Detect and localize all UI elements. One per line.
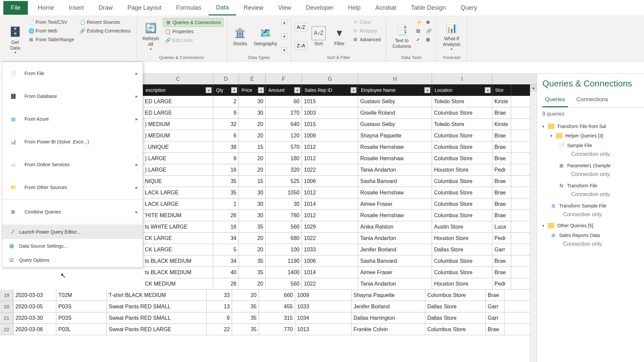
column-header[interactable]: E (239, 74, 266, 84)
table-row[interactable]: ts BLACK MEDIUM403514001014Aimee FraserC… (143, 267, 537, 278)
table-cell[interactable]: Brae (492, 130, 511, 141)
table-cell[interactable]: 455 (259, 301, 295, 312)
table-cell[interactable]: ) LARGE (143, 153, 213, 164)
table-header-cell[interactable]: Price▾ (239, 84, 266, 96)
table-cell[interactable]: Brae (492, 107, 511, 118)
table-cell[interactable]: Pedr (492, 233, 511, 244)
tab-data[interactable]: Data (209, 1, 236, 15)
table-cell[interactable]: 1029 (302, 221, 358, 232)
table-cell[interactable]: 30 (239, 187, 266, 198)
table-cell[interactable]: 1033 (302, 244, 358, 255)
menu-combine-queries[interactable]: ⊞Combine Queries▸ (2, 200, 143, 223)
table-cell[interactable]: Jenifer Borland (358, 244, 432, 255)
table-cell[interactable]: Columbus Store (432, 176, 492, 187)
table-cell[interactable]: Garr (486, 301, 504, 312)
table-cell[interactable]: 1013 (295, 324, 352, 335)
queries-connections-button[interactable]: ⊞Queries & Connections (163, 18, 223, 27)
table-cell[interactable]: 270 (266, 107, 302, 118)
table-cell[interactable]: Houston Store (432, 164, 492, 175)
table-cell[interactable]: Sasha Banvard (358, 255, 432, 266)
table-cell[interactable]: 1006 (302, 176, 358, 187)
table-cell[interactable]: 34 (213, 233, 239, 244)
table-cell[interactable]: Columbus Store (432, 210, 492, 221)
table-cell[interactable]: 16 (213, 221, 239, 232)
geography-button[interactable]: 🗺️Geography (251, 18, 280, 54)
table-header-cell[interactable]: Stor (492, 84, 511, 96)
table-cell[interactable]: 2020-03-03 (13, 290, 56, 301)
column-header[interactable]: H (358, 74, 432, 84)
table-cell[interactable]: Luca (492, 221, 511, 232)
from-web-button[interactable]: 🌐From Web (26, 27, 76, 35)
table-row[interactable]: ts WHITE LARGE16355601029Anika RalstonAu… (143, 221, 537, 233)
table-cell[interactable]: 1003 (302, 107, 358, 118)
table-cell[interactable]: LACK LARGE (143, 198, 213, 209)
row-number[interactable]: 20 (0, 301, 13, 312)
stocks-button[interactable]: 🏛️Stocks (230, 18, 250, 54)
tab-acrobat[interactable]: Acrobat (368, 1, 404, 15)
table-cell[interactable]: CK LARGE (143, 244, 213, 255)
table-cell[interactable]: 680 (266, 233, 302, 244)
table-cell[interactable]: Garr (486, 312, 504, 323)
tree-folder-transform-file[interactable]: ▾Transform File from Sal (542, 122, 644, 131)
table-header-cell[interactable]: Amount▾ (266, 84, 302, 96)
table-cell[interactable]: Austin Store (432, 221, 492, 232)
menu-from-other-sources[interactable]: 📁From Other Sources▸ (2, 176, 143, 199)
table-cell[interactable]: 30 (239, 210, 266, 221)
filter-dropdown-button[interactable]: ▾ (351, 87, 357, 93)
query-transform-file[interactable]: fxTransform File (558, 181, 644, 191)
query-sales-reports-data[interactable]: ⊞Sales Reports Data (550, 230, 644, 240)
table-cell[interactable]: 5 (213, 244, 239, 255)
recent-sources-button[interactable]: 🕘Recent Sources (77, 18, 133, 26)
table-row[interactable]: LACK LARGE130301014Aimee FraserColumbus … (143, 198, 537, 210)
table-row[interactable]: NIQUE35155251006Sasha BanvardColumbus St… (143, 176, 537, 187)
table-cell[interactable]: Brae (492, 141, 511, 153)
table-cell[interactable]: 1050 (266, 187, 302, 198)
table-cell[interactable]: 315 (259, 312, 295, 323)
column-header[interactable]: D (213, 74, 239, 84)
table-cell[interactable]: Rosalie Hernshaw (358, 153, 432, 164)
table-cell[interactable]: ED LARGE (143, 96, 213, 107)
existing-connections-button[interactable]: 🔗Existing Connections (77, 27, 133, 35)
table-cell[interactable]: Columbus Store (425, 324, 486, 335)
table-cell[interactable]: Rosalie Hernshaw (358, 210, 432, 221)
table-cell[interactable]: 1014 (302, 198, 358, 209)
query-parameter1[interactable]: ⊞Parameter1 (Sample (558, 161, 644, 171)
gallery-more-button[interactable]: ▾ (281, 47, 287, 53)
table-cell[interactable]: 35 (239, 267, 266, 278)
query-sample-file[interactable]: 📄Sample File (558, 140, 644, 150)
table-cell[interactable]: 1015 (302, 119, 358, 130)
table-cell[interactable]: Tania Andarton (358, 278, 432, 289)
table-header-cell[interactable]: Qty▾ (213, 84, 239, 96)
table-cell[interactable]: 40 (213, 267, 239, 278)
table-cell[interactable]: Columbus Store (432, 107, 492, 118)
table-cell[interactable]: 20 (239, 233, 266, 244)
table-cell[interactable]: 780 (266, 210, 302, 221)
table-header-cell[interactable]: escription▾ (143, 84, 213, 96)
table-cell[interactable]: NIQUE (143, 176, 213, 187)
table-cell[interactable]: 28 (213, 278, 239, 289)
menu-from-database[interactable]: 🗄️From Database▸ (2, 85, 143, 108)
table-row[interactable]: ) LARGE16203201022Tania AndartonHouston … (143, 164, 537, 176)
table-row[interactable]: ) LARGE9201801012Rosalie HernshawColumbu… (143, 153, 537, 164)
what-if-button[interactable]: 📊What-If Analysis▾ (440, 18, 463, 54)
column-header[interactable]: F (266, 74, 302, 84)
table-cell[interactable]: ) LARGE (143, 164, 213, 175)
table-cell[interactable]: 33 (207, 290, 232, 301)
table-cell[interactable]: Brae (492, 153, 511, 164)
menu-from-azure[interactable]: ▤From Azure▸ (2, 108, 143, 130)
sort-button[interactable]: A↕ZSort (309, 18, 328, 54)
vertical-scrollbar[interactable]: ▴ (530, 84, 537, 362)
table-cell[interactable]: Rosalie Hernshaw (358, 141, 432, 153)
table-cell[interactable]: 1009 (302, 130, 358, 141)
refresh-all-button[interactable]: 🔄Refresh All▾ (140, 18, 162, 54)
table-cell[interactable]: 1022 (302, 278, 358, 289)
table-row[interactable]: ED LARGE230601015Gustavo SelbyToledo Sto… (143, 96, 537, 107)
table-cell[interactable]: Kirste (492, 96, 511, 107)
table-cell[interactable]: 120 (266, 130, 302, 141)
table-cell[interactable]: Columbus Store (432, 153, 492, 164)
table-cell[interactable]: Toledo Store (432, 96, 492, 107)
table-row[interactable]: ED LARGE9302701003Giselle RolandColumbus… (143, 107, 537, 119)
table-cell[interactable]: 35 (232, 312, 259, 323)
filter-dropdown-button[interactable]: ▾ (206, 87, 212, 93)
column-header[interactable]: C (143, 74, 213, 84)
